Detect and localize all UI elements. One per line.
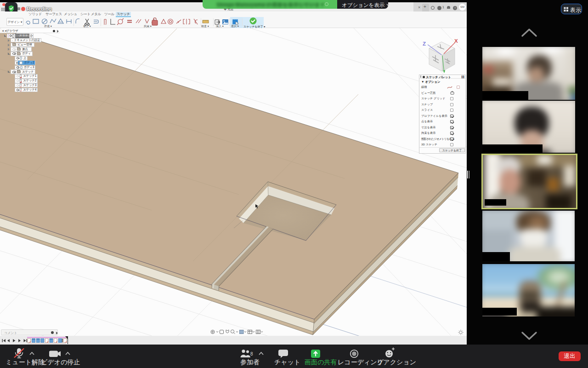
svg-text:8: 8 — [250, 351, 253, 356]
svg-text:X: X — [454, 38, 458, 44]
svg-text:Z: Z — [423, 41, 426, 46]
